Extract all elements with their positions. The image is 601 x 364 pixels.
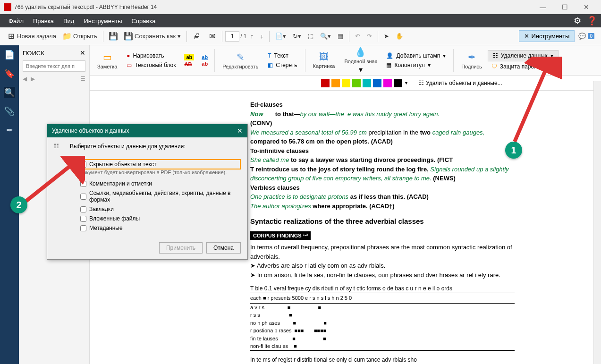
close-button[interactable]: ✕ bbox=[576, 0, 597, 14]
pointer-button[interactable]: ➤ bbox=[381, 31, 392, 42]
apply-button[interactable]: Применить bbox=[159, 242, 203, 254]
ocr-button[interactable]: 🔍▾ bbox=[317, 31, 334, 42]
checkbox-links[interactable] bbox=[80, 194, 86, 200]
stamp-button[interactable]: 👤Добавить штамп ▾ bbox=[382, 51, 449, 60]
add-page-button[interactable]: 📄▾ bbox=[272, 31, 289, 42]
comments-button[interactable]: 💬 0 bbox=[576, 31, 597, 42]
search-title: ПОИСК bbox=[23, 50, 44, 57]
highlight-icon[interactable]: ab bbox=[184, 54, 194, 60]
minimize-button[interactable]: — bbox=[532, 0, 554, 14]
search-close-button[interactable]: ✕ bbox=[80, 49, 85, 57]
color-magenta[interactable] bbox=[383, 79, 392, 87]
check-attached[interactable]: Вложенные файлы bbox=[54, 214, 241, 223]
picture-button[interactable]: 🖼Картинка bbox=[309, 51, 339, 69]
check-hidden-objects[interactable]: Скрытые объекты и текст bbox=[77, 159, 241, 169]
sign-button[interactable]: ✒Подпись bbox=[457, 51, 486, 69]
menu-help[interactable]: Справка bbox=[127, 16, 160, 26]
layout-button[interactable]: ▦ bbox=[335, 31, 346, 42]
check-links[interactable]: Ссылки, медиаобъекты, действия, скрипты,… bbox=[54, 188, 241, 204]
page-up-button[interactable]: ↑ bbox=[248, 31, 257, 42]
menu-edit[interactable]: Правка bbox=[28, 16, 59, 26]
tools-panel-button[interactable]: ✕Инструменты bbox=[519, 30, 575, 42]
pages-icon[interactable]: 📄 bbox=[4, 49, 15, 60]
open-button[interactable]: 📁Открыть bbox=[60, 30, 100, 42]
note-button[interactable]: ▭Заметка bbox=[93, 51, 121, 69]
dialog-title: Удаление объектов и данных bbox=[52, 127, 129, 134]
draw-button[interactable]: ●Нарисовать bbox=[123, 51, 179, 60]
ribbon-tools: ▭Заметка ●Нарисовать ▭Текстовый блок ab … bbox=[90, 45, 601, 76]
color-black[interactable] bbox=[394, 79, 402, 87]
titlebar: 768 удалить скрытый текст.pdf - ABBYY Fi… bbox=[0, 0, 601, 14]
ab-red-icon[interactable]: ab bbox=[202, 61, 208, 67]
bookmarks-icon[interactable]: 🔖 bbox=[4, 68, 15, 79]
color-yellow[interactable] bbox=[342, 79, 350, 87]
watermark-button[interactable]: 💧Водяной знак ▾ bbox=[340, 46, 381, 74]
delete-objects-button[interactable]: ☷Удалить объекты и данные... bbox=[419, 80, 502, 86]
annotation-badge-1: 1 bbox=[505, 142, 522, 159]
delete-objects-dialog: Удаление объектов и данных ✕ ☷ Выберите … bbox=[47, 124, 248, 260]
color-blue[interactable] bbox=[373, 79, 381, 87]
underline-icon[interactable]: ab bbox=[202, 54, 208, 60]
titlebar-text: 768 удалить скрытый текст.pdf - ABBYY Fi… bbox=[14, 4, 532, 10]
print-button[interactable]: 🖨 bbox=[190, 30, 204, 42]
menu-file[interactable]: Файл bbox=[4, 16, 28, 26]
header-button[interactable]: ▦Колонтитул ▾ bbox=[382, 61, 449, 69]
save-as-button[interactable]: 💾Сохранить как ▾ bbox=[121, 30, 184, 42]
search-prev-button[interactable]: ◀ bbox=[23, 76, 27, 82]
text-button[interactable]: TТекст bbox=[264, 51, 301, 60]
maximize-button[interactable]: ☐ bbox=[554, 0, 576, 14]
erase-button[interactable]: ◧Стереть bbox=[264, 61, 301, 69]
color-cyan[interactable] bbox=[363, 79, 371, 87]
menu-view[interactable]: Вид bbox=[59, 16, 79, 26]
vertical-scrollbar[interactable] bbox=[593, 81, 601, 364]
search-next-button[interactable]: ▶ bbox=[31, 76, 35, 82]
color-orange[interactable] bbox=[331, 79, 340, 87]
checkbox-metadata[interactable] bbox=[80, 225, 86, 231]
page-down-button[interactable]: ↓ bbox=[257, 31, 266, 42]
check-comments[interactable]: Комментарии и отметки bbox=[54, 179, 241, 188]
cancel-button[interactable]: Отмена bbox=[206, 242, 241, 254]
gear-icon[interactable]: ⚙ bbox=[574, 16, 581, 26]
document-content: Ed-clauses Now to that—by our wall—the e… bbox=[250, 100, 515, 364]
email-button[interactable]: ✉ bbox=[205, 30, 219, 42]
app-icon bbox=[4, 3, 11, 11]
check-bookmarks[interactable]: Закладки bbox=[54, 204, 241, 214]
checkbox-attached[interactable] bbox=[80, 216, 86, 222]
rotate-button[interactable]: ↻▾ bbox=[290, 31, 304, 42]
save-button[interactable]: 💾 bbox=[106, 30, 120, 42]
undo-button[interactable]: ↶ bbox=[352, 31, 363, 42]
search-tab-icon[interactable]: 🔍 bbox=[4, 87, 15, 98]
main-toolbar: ⊞Новая задача 📁Открыть 💾 💾Сохранить как … bbox=[0, 27, 601, 45]
color-green[interactable] bbox=[352, 79, 361, 87]
protect-button[interactable]: 🛡Защита паролем bbox=[488, 62, 560, 71]
edit-button[interactable]: ✎Редактировать bbox=[219, 51, 262, 69]
checkbox-hidden[interactable] bbox=[80, 161, 86, 168]
page-input[interactable] bbox=[225, 31, 239, 42]
crop-button[interactable]: ⬚ bbox=[305, 31, 316, 42]
dialog-list-icon: ☷ bbox=[54, 143, 65, 154]
color-bar: ▾ ☷Удалить объекты и данные... bbox=[90, 76, 601, 91]
color-red[interactable] bbox=[321, 79, 330, 87]
checkbox-bookmarks[interactable] bbox=[80, 206, 86, 212]
strike-icon[interactable]: AB bbox=[184, 61, 194, 67]
annotation-badge-2: 2 bbox=[10, 196, 27, 213]
hand-button[interactable]: ✋ bbox=[393, 31, 406, 42]
attachments-icon[interactable]: 📎 bbox=[4, 106, 15, 117]
delete-data-button[interactable]: ☷Удаление данных ▾ bbox=[488, 50, 559, 61]
menubar: Файл Правка Вид Инструменты Справка ⚙ ❓ bbox=[0, 14, 601, 27]
redo-button[interactable]: ↷ bbox=[364, 31, 375, 42]
menu-tools[interactable]: Инструменты bbox=[79, 16, 127, 26]
search-options-icon[interactable]: ☰ bbox=[80, 76, 85, 82]
textblock-button[interactable]: ▭Текстовый блок bbox=[123, 61, 179, 69]
new-task-button[interactable]: ⊞Новая задача bbox=[4, 30, 59, 42]
dialog-hint: документ будет конвертирован в PDF (толь… bbox=[54, 169, 241, 175]
dialog-close-button[interactable]: ✕ bbox=[237, 127, 243, 135]
checkbox-comments[interactable] bbox=[80, 181, 86, 187]
help-icon[interactable]: ❓ bbox=[587, 16, 597, 26]
page-total: / 1 bbox=[240, 33, 246, 40]
signatures-icon[interactable]: ✒ bbox=[4, 125, 15, 136]
dialog-prompt: Выберите объекты и данные для удаления: bbox=[70, 143, 186, 150]
search-input[interactable] bbox=[23, 60, 85, 72]
window-controls: — ☐ ✕ bbox=[532, 0, 597, 14]
check-metadata[interactable]: Метаданные bbox=[54, 223, 241, 233]
